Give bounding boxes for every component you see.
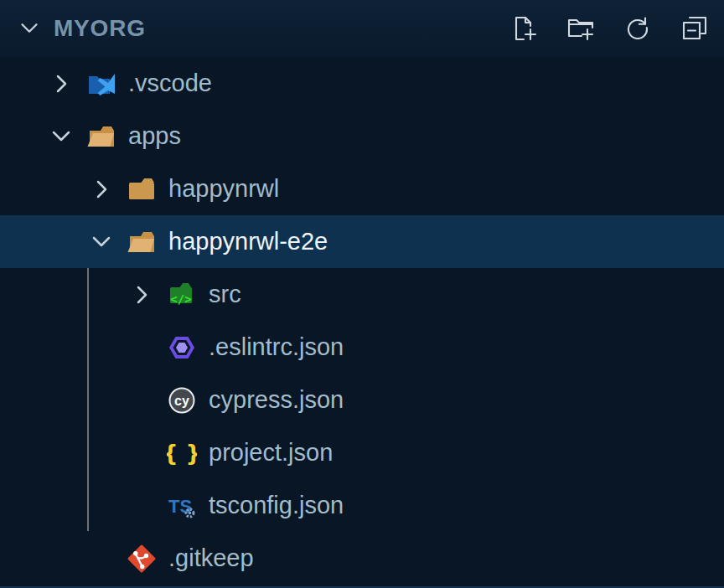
json-braces-glyph: { } — [167, 441, 197, 466]
git-icon — [121, 539, 163, 578]
tree-item-label: project.json — [209, 439, 333, 467]
tree-item-label: .eslintrc.json — [209, 333, 344, 361]
chevron-down-icon — [10, 10, 49, 47]
cypress-glyph: cy — [174, 394, 189, 408]
refresh-icon — [623, 13, 653, 44]
tree-item-happynrwl-e2e[interactable]: happynrwl-e2e — [0, 215, 724, 268]
folder-open-icon — [121, 223, 163, 261]
tree-item-eslintrc-json[interactable]: .eslintrc.json — [0, 321, 724, 374]
chevron-down-icon[interactable] — [82, 223, 121, 261]
tree-item-gitkeep[interactable]: .gitkeep — [0, 532, 724, 585]
new-file-button[interactable] — [506, 11, 541, 46]
tree-item-src[interactable]: </> src — [0, 268, 724, 321]
twisty-spacer — [122, 434, 161, 472]
chevron-down-icon[interactable] — [42, 117, 80, 156]
collapse-all-icon — [680, 13, 710, 44]
chevron-right-icon[interactable] — [122, 276, 161, 314]
json-braces-icon: { } — [161, 434, 203, 472]
src-code-glyph: </> — [170, 291, 191, 305]
twisty-spacer — [122, 487, 161, 525]
tree-item-vscode[interactable]: .vscode — [0, 57, 724, 110]
tree-item-project-json[interactable]: { } project.json — [0, 426, 724, 479]
folder-open-icon — [80, 117, 122, 156]
new-file-icon — [509, 13, 539, 44]
twisty-spacer — [122, 381, 161, 420]
tree-item-label: .vscode — [128, 70, 212, 97]
cypress-icon: cy — [161, 381, 203, 420]
tree-item-apps[interactable]: apps — [0, 110, 724, 162]
new-folder-button[interactable] — [563, 11, 598, 46]
folder-closed-icon — [121, 170, 163, 209]
tree-item-tsconfig-json[interactable]: TS tsconfig.json — [0, 479, 724, 532]
tree-item-label: tsconfig.json — [209, 492, 344, 519]
explorer-section-header[interactable]: MYORG — [0, 0, 724, 57]
tsconfig-icon: TS — [161, 487, 203, 525]
tree-item-cypress-json[interactable]: cy cypress.json — [0, 374, 724, 426]
tree-item-label: happynrwl — [168, 175, 279, 203]
header-actions — [506, 11, 712, 46]
tree-item-label: src — [209, 281, 241, 308]
collapse-all-button[interactable] — [677, 11, 712, 46]
tree-item-happynrwl[interactable]: happynrwl — [0, 162, 724, 215]
twisty-spacer — [122, 328, 161, 367]
src-folder-icon: </> — [161, 276, 203, 314]
tree-item-label: cypress.json — [209, 386, 344, 414]
file-explorer-panel: MYORG — [0, 0, 724, 588]
vscode-folder-icon — [80, 64, 122, 103]
refresh-button[interactable] — [620, 11, 655, 46]
chevron-right-icon[interactable] — [82, 170, 121, 209]
tree-item-label: happynrwl-e2e — [168, 228, 328, 255]
tree-item-label: apps — [128, 122, 181, 150]
twisty-spacer — [82, 539, 121, 578]
section-title: MYORG — [54, 15, 146, 42]
tree-item-label: .gitkeep — [168, 544, 254, 572]
chevron-right-icon[interactable] — [42, 64, 80, 103]
file-tree: .vscode apps — [0, 57, 724, 585]
new-folder-icon — [566, 13, 596, 44]
eslint-icon — [161, 328, 203, 367]
